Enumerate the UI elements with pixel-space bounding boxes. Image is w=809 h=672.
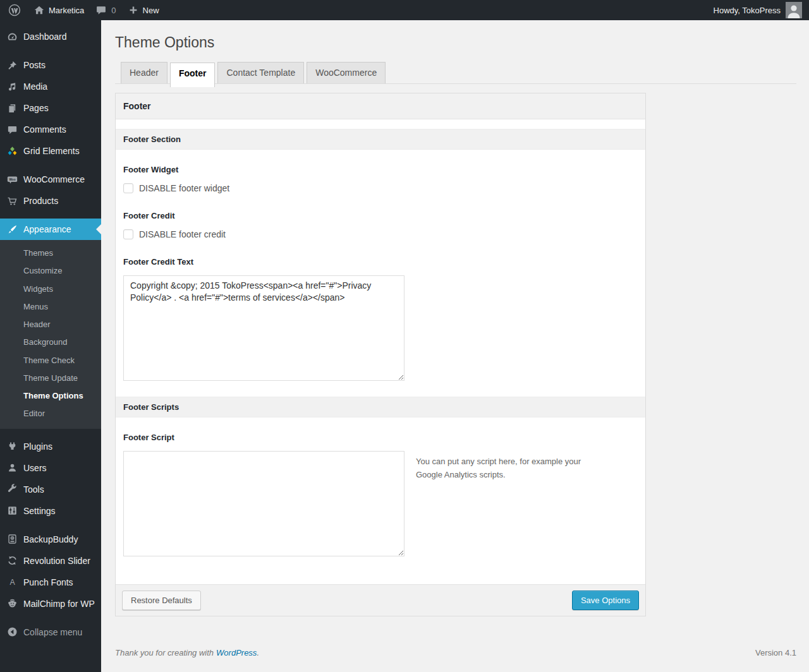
tab-contact-template[interactable]: Contact Template bbox=[217, 62, 304, 83]
submenu-item-widgets[interactable]: Widgets bbox=[0, 280, 101, 298]
howdy-label: Howdy, TokoPress bbox=[714, 6, 781, 15]
sidebar-item-products[interactable]: Products bbox=[0, 190, 101, 212]
sidebar-item-label: Users bbox=[23, 463, 47, 473]
sidebar-item-label: Settings bbox=[23, 506, 56, 516]
sidebar-menu-group: AppearanceThemesCustomizeWidgetsMenusHea… bbox=[0, 219, 101, 429]
sidebar-item-label: Dashboard bbox=[23, 32, 67, 42]
sidebar-item-collapse-menu[interactable]: Collapse menu bbox=[0, 621, 101, 643]
sidebar-item-label: Collapse menu bbox=[23, 627, 82, 637]
sidebar-item-dashboard[interactable]: Dashboard bbox=[0, 26, 101, 47]
footer-scripts-header: Footer Scripts bbox=[116, 397, 645, 417]
sidebar-item-label: Pages bbox=[23, 103, 49, 113]
footer-script-textarea[interactable] bbox=[123, 451, 404, 556]
account-menu[interactable]: Howdy, TokoPress bbox=[714, 0, 809, 20]
sidebar-item-label: Comments bbox=[23, 124, 66, 135]
sidebar-item-woocommerce[interactable]: WooWooCommerce bbox=[0, 169, 101, 190]
restore-defaults-button[interactable]: Restore Defaults bbox=[122, 591, 201, 611]
submenu-item-menus[interactable]: Menus bbox=[0, 298, 101, 316]
comment-bubble-icon bbox=[95, 4, 107, 16]
save-options-button[interactable]: Save Options bbox=[572, 591, 639, 611]
wordpress-logo-icon bbox=[8, 4, 21, 16]
current-menu-arrow bbox=[91, 224, 101, 234]
wrench-icon bbox=[6, 483, 18, 496]
sidebar-item-media[interactable]: Media bbox=[0, 76, 101, 97]
sidebar-item-posts[interactable]: Posts bbox=[0, 54, 101, 76]
sidebar-item-label: Punch Fonts bbox=[23, 577, 73, 587]
footer-widget-label: Footer Widget bbox=[123, 165, 638, 174]
sidebar-item-revolution-slider[interactable]: Revolution Slider bbox=[0, 550, 101, 572]
admin-sidebar: DashboardPostsMediaPagesCommentsGrid Ele… bbox=[0, 20, 101, 672]
avatar bbox=[786, 2, 802, 18]
footer-script-label: Footer Script bbox=[123, 433, 638, 442]
sidebar-item-tools[interactable]: Tools bbox=[0, 479, 101, 500]
sidebar-item-punch-fonts[interactable]: APunch Fonts bbox=[0, 572, 101, 593]
collapse-icon bbox=[6, 626, 18, 639]
plus-icon bbox=[128, 4, 139, 16]
sidebar-menu-group: WooWooCommerceProducts bbox=[0, 169, 101, 212]
sidebar-item-label: Plugins bbox=[23, 441, 52, 452]
disable-footer-widget-checkbox-label[interactable]: DISABLE footer widget bbox=[139, 183, 229, 193]
footer-credit-label: Footer Credit bbox=[123, 211, 638, 220]
panel-actions: Restore Defaults Save Options bbox=[116, 584, 645, 616]
submenu-item-theme-options[interactable]: Theme Options bbox=[0, 387, 101, 405]
new-content-button[interactable]: New bbox=[122, 0, 165, 20]
pages-icon bbox=[6, 102, 18, 114]
footer-credit-text-textarea[interactable]: Copyright &copy; 2015 TokoPress<span><a … bbox=[123, 275, 404, 381]
footer-section-header: Footer Section bbox=[116, 129, 645, 150]
comments-icon bbox=[6, 123, 18, 136]
admin-bar: Marketica 0 New Howdy, TokoPress bbox=[0, 0, 809, 20]
sidebar-item-pages[interactable]: Pages bbox=[0, 97, 101, 119]
sidebar-menu-group: PluginsUsersToolsSettings bbox=[0, 436, 101, 522]
wordpress-link[interactable]: WordPress bbox=[216, 648, 257, 657]
sidebar-item-plugins[interactable]: Plugins bbox=[0, 436, 101, 457]
page-title: Theme Options bbox=[115, 33, 796, 52]
footer-thanks-text: Thank you for creating with bbox=[115, 648, 214, 657]
submenu-item-editor[interactable]: Editor bbox=[0, 405, 101, 423]
site-name-link[interactable]: Marketica bbox=[28, 0, 90, 20]
home-icon bbox=[33, 4, 45, 16]
tab-footer[interactable]: Footer bbox=[170, 63, 216, 87]
sidebar-item-label: WooCommerce bbox=[23, 174, 85, 184]
wordpress-logo-button[interactable] bbox=[0, 0, 28, 20]
submenu-item-theme-check[interactable]: Theme Check bbox=[0, 352, 101, 369]
sidebar-item-label: Grid Elements bbox=[23, 146, 80, 156]
main-content: Theme Options HeaderFooterContact Templa… bbox=[101, 20, 809, 672]
sidebar-menu-group: BackupBuddyRevolution SliderAPunch Fonts… bbox=[0, 529, 101, 615]
users-icon bbox=[6, 462, 18, 474]
media-icon bbox=[6, 80, 18, 93]
disable-footer-credit-checkbox-label[interactable]: DISABLE footer credit bbox=[139, 229, 226, 239]
submenu-item-background[interactable]: Background bbox=[0, 333, 101, 351]
sidebar-item-label: Revolution Slider bbox=[23, 556, 90, 566]
panel-spacer bbox=[116, 119, 645, 129]
sidebar-item-settings[interactable]: Settings bbox=[0, 500, 101, 522]
submenu-item-header[interactable]: Header bbox=[0, 316, 101, 333]
admin-footer: Thank you for creating withWordPress. Ve… bbox=[115, 648, 796, 657]
submenu-item-theme-update[interactable]: Theme Update bbox=[0, 369, 101, 387]
sidebar-item-appearance[interactable]: Appearance bbox=[0, 219, 101, 240]
comments-bubble-button[interactable]: 0 bbox=[90, 0, 121, 20]
pushpin-icon bbox=[6, 59, 18, 71]
svg-text:Woo: Woo bbox=[9, 177, 15, 181]
submenu-item-customize[interactable]: Customize bbox=[0, 262, 101, 280]
submenu-item-themes[interactable]: Themes bbox=[0, 244, 101, 262]
theme-options-tabs: HeaderFooterContact TemplateWooCommerce bbox=[115, 62, 796, 84]
paintbrush-icon bbox=[6, 223, 18, 236]
sidebar-item-users[interactable]: Users bbox=[0, 457, 101, 479]
sidebar-item-comments[interactable]: Comments bbox=[0, 119, 101, 140]
footer-credit-text-label: Footer Credit Text bbox=[123, 257, 638, 267]
tab-woocommerce[interactable]: WooCommerce bbox=[307, 62, 386, 83]
revolution-slider-icon bbox=[6, 555, 18, 567]
appearance-submenu: ThemesCustomizeWidgetsMenusHeaderBackgro… bbox=[0, 240, 101, 429]
sidebar-menu-group: Dashboard bbox=[0, 26, 101, 47]
sidebar-item-mailchimp-for-wp[interactable]: MailChimp for WP bbox=[0, 593, 101, 615]
sidebar-item-grid-elements[interactable]: Grid Elements bbox=[0, 140, 101, 162]
svg-text:A: A bbox=[9, 578, 15, 587]
disable-footer-widget-checkbox[interactable] bbox=[123, 183, 133, 193]
mailchimp-icon bbox=[6, 597, 18, 610]
sidebar-item-backupbuddy[interactable]: BackupBuddy bbox=[0, 529, 101, 550]
settings-icon bbox=[6, 505, 18, 517]
disable-footer-credit-checkbox[interactable] bbox=[123, 229, 133, 239]
tab-header[interactable]: Header bbox=[121, 62, 167, 83]
theme-options-panel: Footer Footer Section Footer Widget DISA… bbox=[115, 93, 646, 617]
version-label: Version 4.1 bbox=[755, 648, 796, 657]
